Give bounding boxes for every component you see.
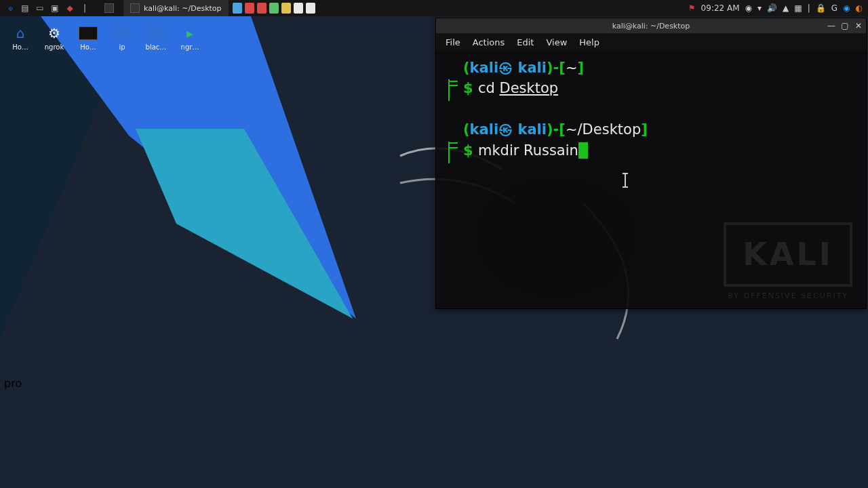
app-icon[interactable]: ▭: [34, 2, 46, 14]
desktop-icon-label: Ho…: [12, 43, 28, 51]
menu-view[interactable]: View: [546, 37, 567, 47]
panel-doc-icons: [229, 3, 319, 14]
clock[interactable]: 09:22 AM: [701, 3, 740, 13]
separator-icon: |: [79, 2, 91, 14]
doc-icon[interactable]: [294, 3, 303, 14]
terminal-icon: [130, 3, 140, 13]
minimize-button[interactable]: —: [827, 21, 836, 30]
record-icon[interactable]: ◉: [745, 3, 752, 13]
desktop-icon-label: pro: [4, 377, 22, 390]
notification-icon[interactable]: ▲: [783, 3, 789, 13]
volume-icon[interactable]: 🔊: [767, 3, 777, 13]
desktop-icon[interactable]: ⌂Ho…: [4, 24, 37, 51]
taskbar-label: kali@kali: ~/Desktop: [144, 4, 222, 13]
doc-icon[interactable]: [269, 3, 279, 14]
desktop-icon-label: Ho…: [80, 43, 96, 51]
desktop-icon-label: ngrok: [45, 43, 64, 51]
g-icon[interactable]: G: [831, 3, 837, 13]
cursor: [578, 142, 588, 159]
desktop-icon[interactable]: ⚙ngrok: [38, 24, 71, 51]
apps-icon[interactable]: ▦: [794, 3, 802, 13]
doc-icon[interactable]: [306, 3, 315, 14]
desktop-icon[interactable]: pro: [4, 377, 22, 390]
close-button[interactable]: ✕: [854, 21, 863, 30]
app-icon[interactable]: ◆: [64, 2, 76, 14]
desktop-icon[interactable]: ip: [106, 24, 138, 51]
desktop-icon-label: blac…: [146, 43, 167, 51]
doc-icon[interactable]: [245, 3, 254, 14]
desktop-icon[interactable]: blac…: [140, 24, 172, 51]
terminal-body[interactable]: (kali㉿ kali)-[~] $ cd Desktop (kali㉿ kal…: [436, 51, 866, 308]
desktop-icons-row: ⌂Ho…⚙ngrokHo…ipblac…▸ngr…: [0, 20, 210, 55]
firefox-icon[interactable]: ◐: [856, 3, 863, 13]
lock-icon[interactable]: 🔒: [816, 3, 826, 13]
text-cursor-ibeam: [625, 174, 626, 186]
app-icon[interactable]: ▤: [19, 2, 31, 14]
flag-icon[interactable]: ⚑: [688, 3, 696, 13]
wifi-icon[interactable]: ▾: [757, 3, 762, 13]
app-icon[interactable]: ▣: [49, 2, 61, 14]
window-title: kali@kali: ~/Desktop: [612, 22, 690, 30]
system-tray: ⚑ 09:22 AM ◉ ▾ 🔊 ▲ ▦ | 🔒 G ◉ ◐: [683, 3, 868, 13]
taskbar-entry[interactable]: [98, 0, 121, 16]
kali-watermark: KALI BY OFFENSIVE SECURITY: [724, 222, 852, 302]
doc-icon[interactable]: [233, 3, 242, 14]
terminal-menubar: FileActionsEditViewHelp: [436, 33, 866, 51]
menu-file[interactable]: File: [446, 37, 460, 47]
doc-icon[interactable]: [281, 3, 291, 14]
top-panel: ⟐ ▤ ▭ ▣ ◆ | kali@kali: ~/Desktop ⚑ 09:22…: [0, 0, 868, 16]
maximize-button[interactable]: ▢: [840, 21, 850, 30]
kali-menu-icon[interactable]: ⟐: [4, 2, 16, 14]
menu-help[interactable]: Help: [579, 37, 599, 47]
terminal-icon: [104, 3, 114, 13]
doc-icon[interactable]: [257, 3, 267, 14]
desktop-icon-label: ip: [119, 43, 125, 51]
desktop-icon[interactable]: ▸ngr…: [174, 24, 206, 51]
menu-edit[interactable]: Edit: [517, 37, 534, 47]
desktop-icon-label: ngr…: [181, 43, 199, 51]
globe-icon[interactable]: ◉: [843, 3, 850, 13]
separator-icon: |: [808, 3, 810, 13]
desktop-icon[interactable]: Ho…: [72, 24, 104, 51]
menu-actions[interactable]: Actions: [473, 37, 505, 47]
terminal-window: kali@kali: ~/Desktop — ▢ ✕ FileActionsEd…: [435, 18, 867, 309]
panel-launchers: ⟐ ▤ ▭ ▣ ◆ |: [0, 2, 95, 14]
taskbar-entry-active[interactable]: kali@kali: ~/Desktop: [123, 0, 229, 16]
window-titlebar[interactable]: kali@kali: ~/Desktop — ▢ ✕: [436, 18, 866, 33]
